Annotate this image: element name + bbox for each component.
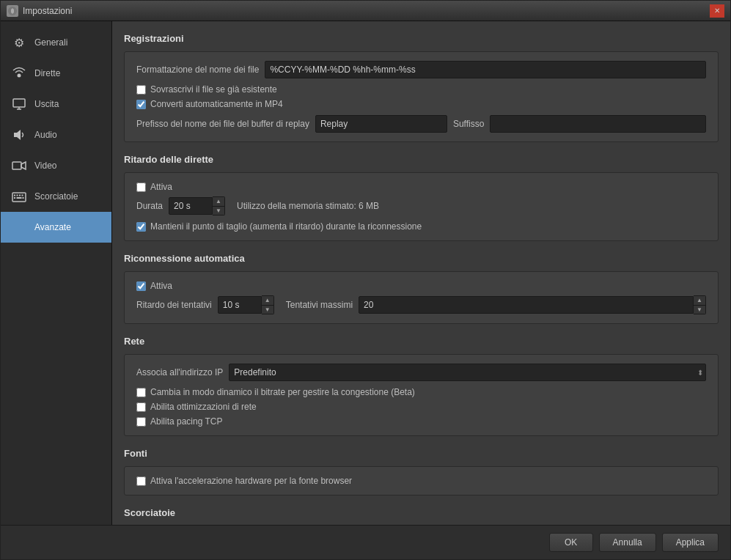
associa-label: Associa all'indirizzo IP <box>136 367 223 377</box>
svg-rect-9 <box>14 197 15 199</box>
memory-info: Utilizzo della memoria stimato: 6 MB <box>237 201 379 211</box>
video-icon <box>11 158 27 174</box>
cambia-checkbox[interactable] <box>136 388 146 397</box>
file-format-label: Formattazione del nome dei file <box>136 65 259 75</box>
ottimizzazioni-checkbox[interactable] <box>136 402 146 412</box>
cambia-label: Cambia in modo dinamico il bitrate per g… <box>150 387 415 397</box>
section-fonti: Fonti Attiva l'accelerazione hardware pe… <box>124 448 719 495</box>
suffix-label: Suffisso <box>453 119 484 129</box>
durata-spinner: ▲ ▼ <box>169 196 225 215</box>
file-format-input[interactable] <box>265 61 706 78</box>
svg-rect-7 <box>19 195 21 196</box>
tentativi-spin-down[interactable]: ▼ <box>694 305 705 314</box>
ritardo-header: Ritardo delle dirette <box>124 154 719 165</box>
durata-spin-down[interactable]: ▼ <box>213 206 224 215</box>
attiva-ritardo-checkbox[interactable] <box>136 183 146 192</box>
mantieni-checkbox[interactable] <box>136 222 146 232</box>
section-riconnessione: Riconnessione automatica Attiva Ritardo … <box>124 253 719 324</box>
durata-spin-buttons: ▲ ▼ <box>213 196 225 215</box>
tentativi-spin-buttons: ▲ ▼ <box>694 295 706 314</box>
sidebar-item-video[interactable]: Video <box>1 150 111 181</box>
audio-icon <box>11 127 27 143</box>
svg-rect-6 <box>17 195 18 196</box>
pacing-row: Abilita pacing TCP <box>136 416 706 427</box>
sidebar-label-audio: Audio <box>34 130 57 140</box>
associa-row: Associa all'indirizzo IP Predefinito ⬍ <box>136 364 706 381</box>
rete-body: Associa all'indirizzo IP Predefinito ⬍ C… <box>124 354 719 436</box>
accelerazione-row: Attiva l'accelerazione hardware per la f… <box>136 476 706 486</box>
riconnessione-header: Riconnessione automatica <box>124 253 719 264</box>
svg-rect-3 <box>12 162 21 169</box>
riconnessione-body: Attiva Ritardo dei tentativi ▲ ▼ <box>124 271 719 324</box>
sidebar-item-uscita[interactable]: Uscita <box>1 89 111 119</box>
footer: OK Annulla Applica <box>1 525 730 559</box>
associa-select[interactable]: Predefinito <box>229 364 706 381</box>
sidebar-item-scorciatoie[interactable]: Scorciatoie <box>1 181 111 212</box>
retry-delay: Ritardo dei tentativi ▲ ▼ <box>136 295 274 314</box>
section-scorciatoie: Scorciatoie Comportamento Focus Scorciat… <box>124 507 719 525</box>
overwrite-label: Sovrascrivi il file se già esistente <box>150 84 277 95</box>
tentativi-spinner: ▲ ▼ <box>359 295 706 314</box>
title-bar-buttons: ✕ <box>710 4 724 18</box>
prefix-input[interactable] <box>315 115 447 133</box>
ritardo-input[interactable] <box>218 296 262 314</box>
overwrite-checkbox[interactable] <box>136 85 146 95</box>
main-window: Impostazioni ✕ ⚙ Generali Dirette <box>0 0 731 560</box>
convert-label: Converti automaticamente in MP4 <box>150 99 283 109</box>
fonti-header: Fonti <box>124 448 719 459</box>
pacing-checkbox[interactable] <box>136 417 146 427</box>
svg-rect-8 <box>22 195 23 196</box>
svg-point-1 <box>18 74 21 78</box>
applica-button[interactable]: Applica <box>662 533 719 552</box>
mantieni-label: Mantieni il punto di taglio (aumenta il … <box>150 221 422 232</box>
suffix-input[interactable] <box>490 115 706 133</box>
sidebar-item-avanzate[interactable]: Avanzate <box>1 212 111 243</box>
sidebar-item-generali[interactable]: ⚙ Generali <box>1 27 111 58</box>
sidebar-label-scorciatoie: Scorciatoie <box>34 191 78 202</box>
close-button[interactable]: ✕ <box>710 4 724 18</box>
svg-rect-11 <box>23 197 24 199</box>
annulla-button[interactable]: Annulla <box>599 533 656 552</box>
prefix-label: Prefisso del nome dei file del buffer di… <box>136 119 309 129</box>
attiva-riconn-checkbox[interactable] <box>136 281 146 291</box>
monitor-icon <box>11 96 27 112</box>
title-bar: Impostazioni ✕ <box>1 1 730 21</box>
durata-spin-up[interactable]: ▲ <box>213 197 224 206</box>
svg-rect-10 <box>17 197 22 199</box>
svg-rect-5 <box>14 195 15 196</box>
avanzate-icon <box>11 219 27 235</box>
sidebar-item-dirette[interactable]: Dirette <box>1 58 111 89</box>
attiva-ritardo-label: Attiva <box>150 182 172 192</box>
pacing-label: Abilita pacing TCP <box>150 416 223 427</box>
associa-select-wrapper: Predefinito ⬍ <box>229 364 706 381</box>
file-format-row: Formattazione del nome dei file <box>136 61 706 78</box>
ritardo-tentativi-label: Ritardo dei tentativi <box>136 300 212 310</box>
durata-input[interactable] <box>169 197 213 215</box>
convert-row: Converti automaticamente in MP4 <box>136 99 706 109</box>
sidebar-label-avanzate: Avanzate <box>34 222 71 232</box>
sidebar-label-dirette: Dirette <box>34 68 60 78</box>
ritardo-spinner: ▲ ▼ <box>218 295 274 314</box>
rete-header: Rete <box>124 336 719 347</box>
convert-checkbox[interactable] <box>136 100 146 109</box>
ok-button[interactable]: OK <box>549 533 593 552</box>
cambia-row: Cambia in modo dinamico il bitrate per g… <box>136 387 706 397</box>
ritardo-spin-down[interactable]: ▼ <box>262 305 273 314</box>
main-content: Registrazioni Formattazione del nome dei… <box>112 21 730 525</box>
window-icon <box>7 5 18 17</box>
ritardo-spin-up[interactable]: ▲ <box>262 296 273 305</box>
window-body: ⚙ Generali Dirette <box>1 21 730 525</box>
tentativi-spin-up[interactable]: ▲ <box>694 296 705 305</box>
sidebar-label-generali: Generali <box>34 37 67 48</box>
accelerazione-checkbox[interactable] <box>136 476 146 486</box>
attiva-ritardo-row: Attiva <box>136 182 706 192</box>
scorciatoie-header: Scorciatoie <box>124 507 719 518</box>
attiva-riconn-row: Attiva <box>136 281 706 291</box>
ritardo-spin-buttons: ▲ ▼ <box>262 295 274 314</box>
sidebar-item-audio[interactable]: Audio <box>1 119 111 150</box>
keyboard-icon <box>11 188 27 205</box>
retry-row: Ritardo dei tentativi ▲ ▼ Tentativi mass… <box>136 295 706 314</box>
broadcast-icon <box>11 65 27 81</box>
tentativi-input[interactable] <box>359 296 694 314</box>
overwrite-row: Sovrascrivi il file se già esistente <box>136 84 706 95</box>
